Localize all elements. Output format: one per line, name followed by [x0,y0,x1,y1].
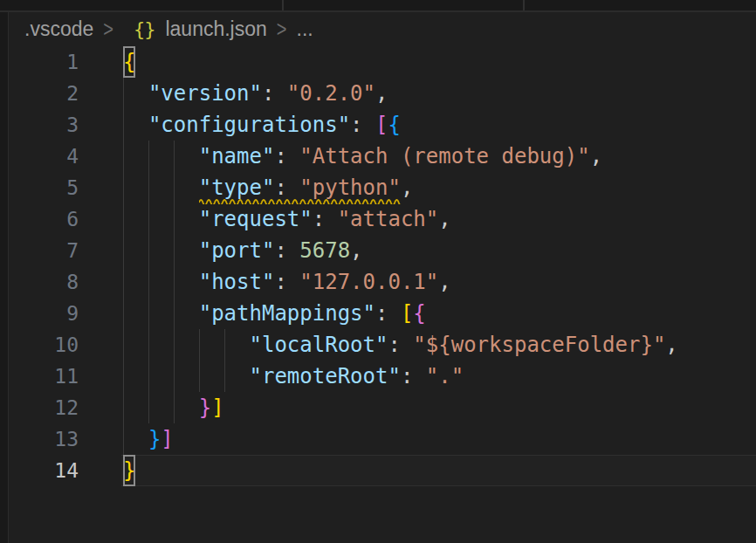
vscode-editor-window: .vscode > {} launch.json > ... 1{2 "vers… [0,0,756,543]
code-token: [ [375,113,388,137]
code-token: : [313,207,338,231]
code-token [123,333,250,357]
code-line[interactable]: 7 "port": 5678, [0,235,756,266]
code-line[interactable]: 8 "host": "127.0.0.1", [0,266,756,298]
code-token: , [350,238,362,263]
code-token: { [388,113,400,137]
matched-bracket: } [123,455,135,486]
code-token [123,364,250,388]
code-token: "type" [199,175,275,200]
code-token: , [438,270,450,294]
tab-separator [523,0,525,10]
json-braces-icon: {} [134,18,155,40]
code-token: "." [426,364,464,388]
breadcrumb: .vscode > {} launch.json > ... [9,12,756,46]
code-token: "port" [199,238,275,263]
code-text: "configurations": [{ [0,109,756,141]
code-token [123,81,148,106]
code-token: [ [401,301,413,326]
breadcrumb-file[interactable]: launch.json [165,17,266,41]
code-token: : [375,301,401,326]
code-token: : [274,175,299,200]
code-line[interactable]: 12 }] [0,392,756,423]
code-token: , [438,207,450,231]
code-text: }] [0,392,756,423]
code-token: "host" [199,270,275,294]
code-text: "remoteRoot": "." [0,361,756,392]
code-token [123,270,199,294]
code-token: "localRoot" [250,333,388,357]
code-token [123,175,199,200]
chevron-right-icon: > [103,17,113,42]
breadcrumb-folder[interactable]: .vscode [24,17,93,41]
code-text: }] [0,423,756,455]
code-token: { [413,301,425,326]
code-line[interactable]: 13 }] [0,423,756,455]
matched-bracket: { [123,46,135,78]
code-token [123,144,199,168]
code-token: : [350,113,375,137]
code-token: "version" [148,81,262,106]
code-token: : [274,144,299,168]
code-text: "port": 5678, [0,235,756,266]
code-token: , [375,81,388,106]
code-token [123,238,199,263]
code-token: : [262,81,287,106]
breadcrumb-symbol-more[interactable]: ... [297,17,313,41]
code-token: , [401,175,413,200]
code-token: "0.2.0" [287,81,375,106]
code-token: } [199,395,211,420]
code-text: "name": "Attach (remote debug)", [0,141,756,172]
code-text: "request": "attach", [0,203,756,235]
code-token: ] [211,395,223,420]
code-token: : [401,364,426,388]
code-text: "host": "127.0.0.1", [0,266,756,298]
code-line[interactable]: 2 "version": "0.2.0", [0,78,756,109]
code-area[interactable]: 1{2 "version": "0.2.0",3 "configurations… [0,46,756,543]
code-token: "request" [199,207,313,231]
code-token [123,113,148,137]
tab-separator [282,0,284,10]
code-token: : [388,333,413,357]
code-text: { [0,46,756,78]
code-line[interactable]: 10 "localRoot": "${workspaceFolder}", [0,329,756,361]
code-token: "python" [299,175,401,200]
sidebar-edge [0,0,9,543]
warning-squiggle-icon [199,197,401,204]
code-token [123,427,148,451]
chevron-right-icon: > [277,17,287,42]
code-line[interactable]: 1{ [0,46,756,78]
code-token: "pathMappings" [199,301,375,326]
code-line[interactable]: 9 "pathMappings": [{ [0,298,756,329]
code-text: "pathMappings": [{ [0,298,756,329]
code-token: , [590,144,602,168]
code-token: ] [161,427,173,451]
code-token: "${workspaceFolder}" [413,333,665,357]
code-token [123,301,199,326]
code-token: "remoteRoot" [250,364,401,388]
tab-bar [0,0,756,12]
code-line[interactable]: 6 "request": "attach", [0,203,756,235]
code-line[interactable]: 11 "remoteRoot": "." [0,361,756,392]
code-token [123,395,199,420]
code-line[interactable]: 14} [0,455,756,486]
code-line[interactable]: 4 "name": "Attach (remote debug)", [0,141,756,172]
code-token: : [274,270,299,294]
code-token: } [148,427,161,451]
code-token: , [665,333,677,357]
code-token: 5678 [299,238,350,263]
code-line[interactable]: 5 "type": "python", [0,172,756,203]
code-line[interactable]: 3 "configurations": [{ [0,109,756,141]
code-token: "name" [199,144,275,168]
code-token [123,207,199,231]
code-text: "version": "0.2.0", [0,78,756,109]
code-token: "127.0.0.1" [299,270,438,294]
code-token: : [274,238,299,263]
code-text: "localRoot": "${workspaceFolder}", [0,329,756,361]
code-token: "configurations" [148,113,350,137]
code-token: "Attach (remote debug)" [299,144,589,168]
code-token: "attach" [338,207,439,231]
code-text: } [0,455,756,486]
